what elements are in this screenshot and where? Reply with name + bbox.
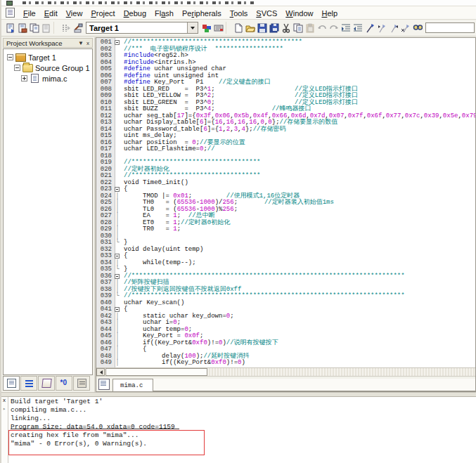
rebuild-all-button[interactable] <box>28 22 40 34</box>
fold-margin[interactable] <box>114 100 121 107</box>
panel-menu-icon[interactable]: ▼ <box>77 40 85 46</box>
menu-project[interactable]: Project <box>86 8 119 19</box>
build-target-button[interactable] <box>16 22 28 34</box>
collapse-icon[interactable] <box>7 54 13 60</box>
cut-button[interactable] <box>280 22 292 34</box>
menu-file[interactable]: File <box>19 8 40 19</box>
fold-margin[interactable] <box>114 79 121 86</box>
batch-build-button[interactable] <box>40 22 52 34</box>
fold-margin[interactable] <box>114 73 121 80</box>
menu-window[interactable]: Window <box>281 8 317 19</box>
bookmark-toggle-button[interactable] <box>364 22 375 34</box>
menu-peripherals[interactable]: Peripherals <box>178 8 226 19</box>
new-file-button[interactable] <box>232 22 244 34</box>
fold-margin[interactable] <box>114 86 121 93</box>
translate-file-button[interactable] <box>4 22 16 34</box>
fold-margin[interactable] <box>114 119 121 126</box>
editor-tab-mima[interactable]: mima.c <box>112 379 153 391</box>
target-select[interactable]: Target 1 <box>86 22 198 34</box>
menu-flash[interactable]: Flash <box>150 8 178 19</box>
expand-icon[interactable] <box>21 75 27 81</box>
fold-margin[interactable] <box>114 146 121 153</box>
workspace-tab-functions[interactable] <box>56 376 72 391</box>
document-icon[interactable] <box>6 8 15 18</box>
workspace-tab-files[interactable] <box>3 376 20 391</box>
workspace-tab-bar <box>1 375 94 392</box>
menu-help[interactable]: Help <box>317 8 342 19</box>
fold-margin[interactable] <box>114 60 121 67</box>
find-text-input[interactable] <box>425 22 475 33</box>
functions-icon <box>60 379 69 388</box>
editor-hscrollbar[interactable] <box>96 367 475 376</box>
output-line-2: linking... <box>11 415 476 423</box>
menu-view[interactable]: View <box>62 8 87 19</box>
copy-button[interactable] <box>292 22 304 34</box>
fold-margin[interactable] <box>114 93 121 100</box>
fold-margin[interactable] <box>114 180 121 187</box>
options-target-button[interactable] <box>72 22 84 34</box>
fold-margin[interactable] <box>114 153 121 160</box>
tree-item-source-group-1[interactable]: Source Group 1 <box>4 63 92 73</box>
fold-margin[interactable] <box>114 53 121 60</box>
components-cube-button[interactable] <box>200 22 212 34</box>
fold-margin[interactable] <box>114 300 121 307</box>
paste-button[interactable] <box>304 22 316 34</box>
bookmark-next-button[interactable] <box>387 22 399 34</box>
fold-margin[interactable] <box>114 133 121 140</box>
code-line-022: 022void Time0_init() <box>96 180 475 187</box>
find-in-files-button[interactable] <box>411 22 423 34</box>
outdent-button[interactable] <box>352 22 364 34</box>
fold-margin[interactable]: │ <box>114 360 121 367</box>
fold-margin[interactable]: └ <box>114 266 121 273</box>
panel-close-icon[interactable]: x <box>85 40 91 46</box>
file-icon <box>31 74 39 83</box>
output-close-icon[interactable]: x <box>3 397 6 403</box>
fold-margin[interactable]: └ <box>114 293 121 300</box>
indent-button[interactable] <box>340 22 352 34</box>
fold-margin[interactable] <box>114 159 121 167</box>
fold-margin[interactable] <box>114 140 121 147</box>
menu-debug[interactable]: Debug <box>120 8 150 19</box>
fold-margin[interactable] <box>114 66 121 73</box>
menu-svcs[interactable]: SVCS <box>252 8 281 19</box>
menu-tools[interactable]: Tools <box>226 8 252 19</box>
fold-margin[interactable] <box>114 113 121 120</box>
window-titlebar <box>1 0 476 6</box>
flash-config-button[interactable] <box>212 22 224 34</box>
fold-margin[interactable] <box>114 173 121 180</box>
tree-item-label: Target 1 <box>28 53 56 62</box>
save-all-button[interactable] <box>268 22 280 34</box>
workspace-tab-templates[interactable] <box>73 376 90 391</box>
collapse-icon[interactable] <box>14 65 20 71</box>
scroll-left-icon[interactable] <box>96 368 105 376</box>
workspace-tab-regs[interactable] <box>20 376 37 391</box>
bookmark-clear-button[interactable] <box>399 22 411 34</box>
fold-margin[interactable] <box>114 247 121 254</box>
workspace-tab-books[interactable] <box>38 376 55 391</box>
stop-build-button[interactable] <box>60 22 72 34</box>
undo-button[interactable] <box>316 22 328 34</box>
open-file-button[interactable] <box>244 22 256 34</box>
menu-bar: FileEditViewProjectDebugFlashPeripherals… <box>1 6 476 20</box>
bookmark-prev-button[interactable] <box>375 22 387 34</box>
fold-margin[interactable] <box>114 106 121 113</box>
fold-margin[interactable] <box>114 39 121 46</box>
fold-margin[interactable] <box>114 126 121 133</box>
fold-margin[interactable] <box>114 46 121 53</box>
output-splitter[interactable] <box>1 392 476 397</box>
fold-margin[interactable] <box>114 167 121 174</box>
redo-button[interactable] <box>328 22 340 34</box>
menu-edit[interactable]: Edit <box>40 8 62 19</box>
scrollbar-track[interactable] <box>207 368 475 376</box>
code-line-049: 049│ if((Key_Port&0xf0)!=0) <box>96 360 475 367</box>
document-list-icon[interactable] <box>98 379 110 390</box>
tree-item-target-1[interactable]: Target 1 <box>4 52 92 63</box>
save-file-button[interactable] <box>256 22 268 34</box>
tree-item-mima-c[interactable]: mima.c <box>4 73 92 84</box>
scrollbar-thumb[interactable] <box>105 368 207 376</box>
toolbar: Target 1 <box>1 20 476 37</box>
fold-margin[interactable]: └ <box>114 240 121 247</box>
code-area[interactable]: 001//***********************************… <box>96 38 475 367</box>
output-line-1: compiling mima.c... <box>11 406 476 415</box>
titlebar-text-clipped <box>22 1 255 4</box>
